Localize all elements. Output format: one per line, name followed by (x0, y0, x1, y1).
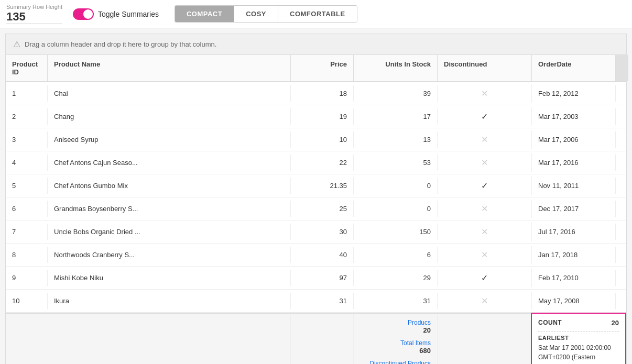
cell-discontinued: ✕ (438, 130, 532, 149)
cell-discontinued: ✕ (438, 246, 532, 264)
cell-units: 0 (354, 178, 438, 194)
grid-footer: Producs 20 Total Items 680 Discontinued … (6, 313, 626, 364)
cell-product-name: Mishi Kobe Niku (48, 270, 291, 286)
cell-discontinued: ✓ (438, 177, 532, 195)
header-discontinued: Discontinued (438, 55, 532, 81)
cell-product-id: 5 (6, 178, 48, 194)
cell-price: 10 (291, 131, 354, 148)
footer-summaries-price (291, 314, 354, 364)
footer-summary-item: Producs 20 (408, 319, 431, 334)
table-row: 5 Chef Antons Gumbo Mix 21.35 0 ✓ Nov 11… (6, 174, 626, 197)
cell-product-name: Aniseed Syrup (48, 131, 291, 148)
table-row: 6 Grandmas Boysenberry S... 25 0 ✕ Dec 1… (6, 197, 626, 220)
row-height-value: 135 (6, 10, 62, 24)
top-bar: Summary Row Height 135 Toggle Summaries … (0, 0, 632, 28)
view-cosy-button[interactable]: COSY (234, 6, 278, 22)
cell-price: 22 (291, 155, 354, 171)
popup-earliest-label: EARLIEST (538, 335, 619, 341)
table-row: 10 Ikura 31 31 ✕ May 17, 2008 (6, 290, 626, 313)
cell-units: 29 (354, 270, 438, 286)
cell-date: Mar 17, 2003 (532, 108, 616, 125)
cell-product-name: Northwoods Cranberry S... (48, 247, 291, 263)
cell-discontinued: ✕ (438, 200, 532, 218)
table-row: 7 Uncle Bobs Organic Dried ... 30 150 ✕ … (6, 220, 626, 244)
summary-popup: COUNT 20 EARLIEST Sat Mar 17 2001 02:00:… (531, 313, 626, 364)
cell-product-name: Chang (48, 108, 291, 125)
x-icon: ✕ (481, 204, 488, 214)
header-scrollbar-placeholder (616, 55, 628, 81)
row-height-section: Summary Row Height 135 (6, 4, 62, 24)
cell-date: May 17, 2008 (532, 293, 616, 309)
cell-date: Mar 17, 2006 (532, 131, 616, 148)
header-order-date: OrderDate (532, 55, 616, 81)
cell-product-name: Chef Antons Cajun Seaso... (48, 155, 291, 171)
cell-product-id: 8 (6, 247, 48, 263)
header-product-name: Product Name (48, 55, 291, 81)
grid-container: ⚠ Drag a column header and drop it here … (5, 34, 627, 364)
cell-price: 31 (291, 293, 354, 309)
cell-discontinued: ✓ (438, 269, 532, 287)
check-icon: ✓ (481, 181, 488, 191)
table-row: 4 Chef Antons Cajun Seaso... 22 53 ✕ Mar… (6, 151, 626, 174)
group-drop-text: Drag a column header and drop it here to… (25, 40, 216, 48)
table-row: 9 Mishi Kobe Niku 97 29 ✓ Feb 17, 2010 (6, 267, 626, 290)
cell-date: Jan 17, 2018 (532, 247, 616, 263)
header-units-in-stock: Units In Stock (354, 55, 438, 81)
cell-discontinued: ✕ (438, 292, 532, 310)
cell-product-name: Grandmas Boysenberry S... (48, 201, 291, 217)
view-switcher: COMPACT COSY COMFORTABLE (175, 5, 357, 23)
cell-product-id: 4 (6, 155, 48, 171)
cell-product-name: Uncle Bobs Organic Dried ... (48, 224, 291, 240)
footer-order-date-col: COUNT 20 EARLIEST Sat Mar 17 2001 02:00:… (532, 314, 616, 364)
cell-product-id: 10 (6, 293, 48, 309)
cell-product-name: Chai (48, 85, 291, 102)
footer-summary-item: Discontinued Producs 4 (369, 360, 431, 364)
cell-date: Nov 11, 2011 (532, 178, 616, 194)
cell-price: 97 (291, 270, 354, 286)
grid-body: 1 Chai 18 39 ✕ Feb 12, 2012 2 Chang 19 1… (6, 82, 626, 313)
x-icon: ✕ (481, 227, 488, 237)
footer-left-spacer (6, 314, 291, 364)
cell-date: Jul 17, 2016 (532, 224, 616, 240)
popup-count-value: 20 (612, 319, 619, 327)
cell-date: Mar 17, 2016 (532, 155, 616, 171)
summary-label[interactable]: Producs (408, 319, 431, 326)
header-product-id: Product ID (6, 55, 48, 81)
view-compact-button[interactable]: COMPACT (175, 6, 234, 22)
toggle-switch[interactable] (73, 8, 94, 20)
group-drop-zone[interactable]: ⚠ Drag a column header and drop it here … (6, 34, 626, 55)
cell-date: Dec 17, 2017 (532, 201, 616, 217)
popup-count-label: COUNT (538, 319, 562, 327)
footer-summary-item: Total Items 680 (400, 339, 431, 355)
row-height-label: Summary Row Height (6, 4, 62, 10)
cell-product-id: 9 (6, 270, 48, 286)
cell-units: 0 (354, 201, 438, 217)
cell-product-id: 6 (6, 201, 48, 217)
cell-product-id: 3 (6, 131, 48, 148)
popup-earliest-value: Sat Mar 17 2001 02:00:00 GMT+0200 (Easte… (538, 343, 619, 364)
table-row: 8 Northwoods Cranberry S... 40 6 ✕ Jan 1… (6, 244, 626, 267)
x-icon: ✕ (481, 250, 488, 260)
table-row: 1 Chai 18 39 ✕ Feb 12, 2012 (6, 82, 626, 105)
summary-label[interactable]: Discontinued Producs (369, 360, 431, 364)
summary-value: 20 (423, 326, 431, 334)
summary-label[interactable]: Total Items (400, 339, 431, 347)
x-icon: ✕ (481, 158, 488, 168)
table-row: 3 Aniseed Syrup 10 13 ✕ Mar 17, 2006 (6, 128, 626, 151)
table-row: 2 Chang 19 17 ✓ Mar 17, 2003 (6, 105, 626, 128)
cell-units: 6 (354, 247, 438, 263)
cell-price: 30 (291, 224, 354, 240)
toggle-label: Toggle Summaries (98, 10, 159, 18)
cell-date: Feb 17, 2010 (532, 270, 616, 286)
drag-icon: ⚠ (13, 39, 20, 49)
toggle-section: Toggle Summaries (73, 8, 159, 20)
cell-units: 39 (354, 85, 438, 102)
view-comfortable-button[interactable]: COMFORTABLE (278, 6, 357, 22)
cell-product-name: Ikura (48, 293, 291, 309)
cell-units: 53 (354, 155, 438, 171)
cell-price: 19 (291, 108, 354, 125)
cell-units: 31 (354, 293, 438, 309)
cell-price: 25 (291, 201, 354, 217)
cell-price: 21.35 (291, 178, 354, 194)
cell-units: 13 (354, 131, 438, 148)
